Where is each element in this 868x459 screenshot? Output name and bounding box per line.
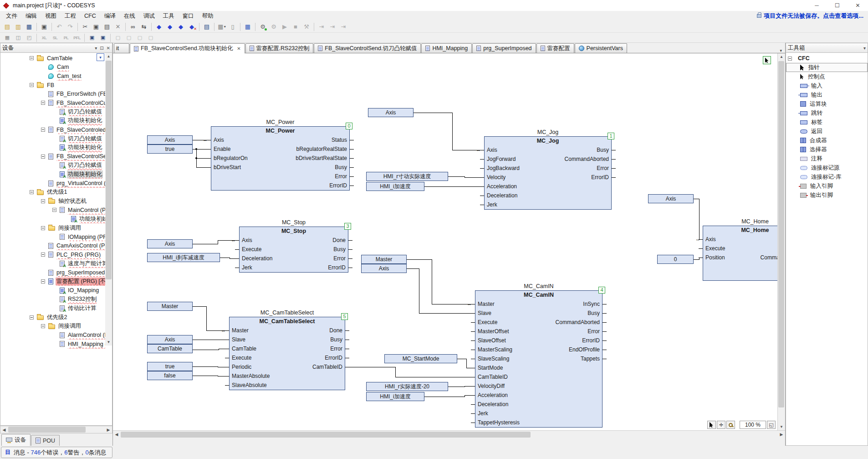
scroll-up-icon[interactable]: ▲ — [778, 53, 785, 60]
tree-item-FB_SlaveControlSend[interactable]: FB_SlaveControlSend — [0, 152, 105, 161]
toolbar-bookmark-3-button[interactable]: ◆ — [176, 22, 186, 31]
toolbar-print-button[interactable]: ▣ — [39, 22, 49, 31]
toolbar-logout-button[interactable]: ⚙ — [269, 22, 279, 31]
tree-expander[interactable] — [41, 101, 48, 105]
collapse-icon[interactable] — [41, 199, 45, 203]
collapse-icon[interactable] — [52, 208, 56, 212]
tree-expander[interactable] — [30, 315, 37, 320]
toolbar-cfc-win-1-button[interactable]: ▢ — [113, 34, 123, 41]
tree-item-优先级2[interactable]: 优先级2 — [0, 313, 105, 322]
tree-item-IO_Mapping[interactable]: IO_Mapping — [0, 286, 105, 295]
toolbox-item-指针[interactable]: 指针 — [786, 63, 868, 72]
collapse-icon[interactable] — [41, 128, 45, 132]
operand-true[interactable]: true — [147, 144, 193, 154]
tree-item-prg_SuperImposed (PRG)[interactable]: prg_SuperImposed (PRG) — [0, 268, 105, 277]
toolbar-bookmark-2-button[interactable]: ◆ — [165, 22, 175, 31]
operand-HMI_i加速度[interactable]: HMI_i加速度 — [366, 392, 424, 401]
tab-overflow-dropdown[interactable]: ▾ — [778, 48, 784, 53]
zoom-fit-button[interactable]: ◱ — [767, 421, 776, 429]
toolbar-cfc-win-2-button[interactable]: ▢ — [124, 34, 134, 41]
tree-item-FB_SlaveControlCut (FB)[interactable]: FB_SlaveControlCut (FB) — [0, 98, 105, 108]
close-button[interactable]: ✕ — [848, 0, 868, 11]
tree-item-FB_ErrorSwitch (FB)[interactable]: FB_ErrorSwitch (FB) — [0, 89, 105, 98]
collapse-icon[interactable] — [30, 315, 34, 320]
toolbar-cut-button[interactable]: ✂ — [80, 22, 90, 31]
tree-horizontal-scrollbar[interactable]: ◀ ▶ — [0, 426, 112, 433]
tree-hscroll-thumb[interactable] — [8, 427, 86, 433]
collapse-icon[interactable] — [788, 57, 792, 61]
scroll-right-icon[interactable]: ▶ — [778, 431, 785, 438]
collapse-icon[interactable] — [41, 324, 45, 328]
scroll-down-icon[interactable]: ▼ — [778, 423, 785, 430]
toolbar-grid-button[interactable]: ▦▾ — [217, 22, 227, 31]
select-tool-button[interactable] — [707, 421, 716, 429]
editor-tab-prg_SuperImposed[interactable]: prg_SuperImposed — [472, 43, 536, 53]
tree-item-功能块初始化[interactable]: 功能块初始化 — [0, 116, 105, 125]
toolbar-find-button[interactable]: ∞ — [128, 22, 138, 31]
toolbar-step-over-button[interactable]: ⇥ — [317, 22, 327, 31]
operand-HMI_r实际速度-20[interactable]: HMI_r实际速度-20 — [366, 382, 448, 391]
toolbar-bookmark-1-button[interactable]: ◆ — [154, 22, 164, 31]
toolbar-new-file-button[interactable]: ▤ — [2, 22, 12, 31]
editor-vertical-scrollbar[interactable]: ▲ ▼ — [777, 53, 785, 430]
collapse-icon[interactable] — [41, 101, 45, 105]
editor-tab-HMI_Mapping[interactable]: HMI_Mapping — [421, 43, 472, 53]
close-icon[interactable]: ✕ — [107, 46, 110, 51]
tree-item-PLC_PRG (PRG)[interactable]: PLC_PRG (PRG) — [0, 250, 105, 259]
editor-hscroll-thumb[interactable] — [121, 432, 531, 438]
tree-item-雷赛配置 (PRG) [不完整][interactable]: 雷赛配置 (PRG) [不完整] — [0, 277, 105, 286]
toolbox-item-注释[interactable]: 注释 — [786, 154, 868, 163]
toolbox-item-连接标记源[interactable]: 连接标记源 — [786, 163, 868, 172]
toolbar-redo-button[interactable]: ↷ — [65, 22, 75, 31]
toolbox-item-返回[interactable]: 返回 — [786, 127, 868, 136]
toolbar-paste-button[interactable]: ▤ — [102, 22, 112, 31]
toolbar-cfc-win-4-button[interactable]: ▢ — [146, 34, 156, 41]
tree-item-dropdown-button[interactable]: ▾ — [97, 53, 104, 61]
toolbar-delete-button[interactable]: ✕ — [113, 22, 123, 31]
tree-item-切刀凸轮赋值[interactable]: 切刀凸轮赋值 — [0, 108, 105, 117]
toolbar-cfc-dark-1-button[interactable]: ▣ — [87, 34, 97, 41]
minimize-button[interactable]: ─ — [807, 0, 827, 11]
operand-Axis[interactable]: Axis — [147, 335, 193, 344]
tree-item-Cam[interactable]: Cam — [0, 63, 105, 72]
collapse-icon[interactable] — [30, 190, 34, 194]
tree-expander[interactable] — [41, 128, 48, 132]
maximize-button[interactable]: ☐ — [827, 0, 848, 11]
toolbox-item-输入[interactable]: 输入 — [786, 81, 868, 90]
operand-true[interactable]: true — [147, 362, 193, 371]
tree-expander[interactable] — [41, 199, 48, 203]
tree-item-RS232控制[interactable]: RS232控制 — [0, 295, 105, 304]
menu-CFC[interactable]: CFC — [80, 12, 100, 20]
tree-item-切刀凸轮赋值[interactable]: 切刀凸轮赋值 — [0, 134, 105, 143]
save-notification[interactable]: 项目文件无法被保存。点击查看选项... — [757, 12, 868, 20]
tree-item-功能块初始化[interactable]: 功能块初始化 — [0, 143, 105, 152]
tree-scroll-thumb[interactable] — [106, 61, 112, 279]
tree-item-间接调用[interactable]: 间接调用 — [0, 322, 105, 331]
toolbar-online-config-button[interactable]: ⚒ — [301, 22, 311, 31]
zoom-level[interactable]: 100 % — [740, 421, 766, 429]
editor-scroll-thumb[interactable] — [778, 61, 784, 407]
operand-Master[interactable]: Master — [147, 302, 193, 311]
chevron-down-icon[interactable]: ▾ — [95, 46, 97, 51]
toolbox-item-标签[interactable]: 标签 — [786, 118, 868, 127]
menu-调试[interactable]: 调试 — [139, 12, 159, 20]
toolbar-cfc-order-1-button[interactable]: ◫ — [13, 34, 23, 41]
message-status[interactable]: 目 消息 - 746个错误，6警告，0条消息 — [1, 447, 112, 458]
operand-false[interactable]: false — [147, 371, 193, 380]
menu-帮助[interactable]: 帮助 — [198, 12, 218, 20]
cfc-canvas[interactable]: ✛ 100 % ◱ ↔↔↔↔↔↔MC_Power0MC_PowerAxisSta… — [113, 53, 777, 430]
panel-tab-POU[interactable]: POU — [31, 435, 60, 446]
toolbar-copy-button[interactable]: ▣ — [91, 22, 101, 31]
menu-工程[interactable]: 工程 — [61, 12, 80, 20]
editor-horizontal-scrollbar[interactable]: ◀ ▶ — [113, 430, 785, 438]
collapse-icon[interactable] — [41, 253, 45, 257]
collapse-icon[interactable] — [41, 279, 45, 284]
operand-Master[interactable]: Master — [361, 255, 407, 264]
magnifier-tool-button[interactable] — [726, 421, 735, 429]
editor-tab-FB_SlaveControlSend.功能块初始化[interactable]: FB_SlaveControlSend.功能块初始化✕ — [130, 43, 245, 53]
tree-expander[interactable] — [30, 56, 37, 60]
tree-item-IOMapping (PRG)[interactable]: IOMapping (PRG) — [0, 232, 105, 242]
toolbox-item-选择器[interactable]: 选择器 — [786, 145, 868, 154]
toolbar-build-button[interactable]: ▦ — [243, 22, 253, 31]
tree-item-间接调用[interactable]: 间接调用 — [0, 223, 105, 232]
